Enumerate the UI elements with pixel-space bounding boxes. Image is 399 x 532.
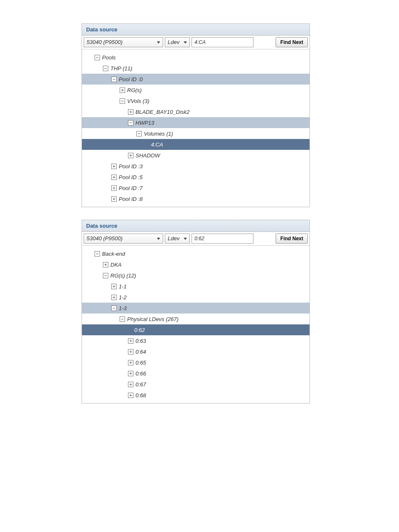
device-dropdown[interactable]: 53040 (P9500) xyxy=(84,37,163,47)
expand-icon[interactable] xyxy=(128,371,133,376)
expand-icon[interactable] xyxy=(111,284,117,289)
collapse-icon[interactable] xyxy=(120,316,125,322)
chevron-down-icon xyxy=(184,238,187,240)
tree-row[interactable]: VVols (3) xyxy=(82,95,309,106)
tree-node-label: HWP13 xyxy=(136,120,154,126)
tree-row[interactable]: RG(s) (12) xyxy=(82,270,309,281)
tree-node-label: THP (11) xyxy=(110,65,132,72)
expand-icon[interactable] xyxy=(128,338,133,344)
tree-row[interactable]: 0:64 xyxy=(82,346,309,357)
toolbar: 53040 (P9500) Ldev Find Next xyxy=(82,36,309,49)
tree-node-label: 1-2 xyxy=(119,294,127,301)
toolbar: 53040 (P9500) Ldev Find Next xyxy=(82,232,309,246)
tree-view: PoolsTHP (11)Pool ID :0RG(s)VVols (3)BLA… xyxy=(82,49,309,207)
collapse-icon[interactable] xyxy=(136,131,142,136)
expand-icon[interactable] xyxy=(128,153,133,158)
expand-icon[interactable] xyxy=(120,87,125,93)
tree-view: Back-endDKARG(s) (12)1-11-21-3Physical L… xyxy=(82,246,309,403)
expand-icon[interactable] xyxy=(111,196,117,202)
search-input[interactable] xyxy=(192,234,253,244)
expand-icon[interactable] xyxy=(128,382,133,387)
tree-node-label: RG(s) (12) xyxy=(110,272,136,279)
tree-node-label: 1-1 xyxy=(119,283,127,290)
search-input[interactable] xyxy=(192,37,253,47)
tree-row[interactable]: Pool ID :3 xyxy=(82,161,309,172)
tree-node-label: Back-end xyxy=(102,251,125,257)
tree-row[interactable]: SHADOW xyxy=(82,150,309,161)
tree-connector xyxy=(145,139,151,150)
tree-row[interactable]: Back-end xyxy=(82,248,309,259)
tree-row[interactable]: 0:65 xyxy=(82,357,309,368)
tree-node-label: 0:68 xyxy=(136,392,146,398)
data-source-panel-1: Data source 53040 (P9500) Ldev Find Next… xyxy=(82,23,310,207)
expand-icon[interactable] xyxy=(128,360,133,365)
collapse-icon[interactable] xyxy=(95,251,100,257)
collapse-icon[interactable] xyxy=(103,273,108,278)
tree-row[interactable]: THP (11) xyxy=(82,63,309,74)
panel-title: Data source xyxy=(82,220,309,232)
tree-node-label: Pool ID :7 xyxy=(119,185,143,191)
tree-row[interactable]: Physical LDevs (267) xyxy=(82,314,309,324)
tree-row[interactable]: 0:63 xyxy=(82,335,309,346)
tree-row[interactable]: 0:62 xyxy=(82,324,309,335)
collapse-icon[interactable] xyxy=(128,120,133,126)
search-type-dropdown[interactable]: Ldev xyxy=(165,37,190,47)
chevron-down-icon xyxy=(184,41,187,44)
tree-node-label: Physical LDevs (267) xyxy=(127,316,179,322)
tree-row[interactable]: 1-3 xyxy=(82,303,309,314)
data-source-panel-2: Data source 53040 (P9500) Ldev Find Next… xyxy=(82,220,310,403)
expand-icon[interactable] xyxy=(103,262,108,267)
tree-node-label: RG(s) xyxy=(127,87,142,93)
tree-row[interactable]: 1-2 xyxy=(82,292,309,303)
tree-node-label: 4:CA xyxy=(151,141,163,148)
tree-row[interactable]: 1-1 xyxy=(82,281,309,292)
find-next-button[interactable]: Find Next xyxy=(276,37,308,47)
expand-icon[interactable] xyxy=(111,295,117,300)
collapse-icon[interactable] xyxy=(95,55,100,60)
tree-node-label: DKA xyxy=(110,262,122,268)
panel-title: Data source xyxy=(82,24,309,36)
tree-node-label: 0:65 xyxy=(136,360,146,366)
tree-row[interactable]: 0:66 xyxy=(82,368,309,379)
tree-row[interactable]: Pool ID :0 xyxy=(82,74,309,85)
device-dropdown[interactable]: 53040 (P9500) xyxy=(84,234,163,244)
tree-row[interactable]: BLADE_BAY10_Disk2 xyxy=(82,106,309,117)
tree-row[interactable]: DKA xyxy=(82,259,309,270)
tree-node-label: Pools xyxy=(102,54,116,61)
collapse-icon[interactable] xyxy=(103,66,108,71)
tree-node-label: 0:67 xyxy=(136,381,146,388)
expand-icon[interactable] xyxy=(111,164,117,169)
tree-row[interactable]: 4:CA xyxy=(82,139,309,150)
search-type-label: Ldev xyxy=(168,39,179,45)
tree-row[interactable]: RG(s) xyxy=(82,85,309,95)
tree-node-label: 0:63 xyxy=(136,338,146,344)
tree-node-label: SHADOW xyxy=(136,152,160,159)
tree-row[interactable]: Pools xyxy=(82,52,309,63)
tree-row[interactable]: HWP13 xyxy=(82,117,309,128)
collapse-icon[interactable] xyxy=(111,306,117,311)
collapse-icon[interactable] xyxy=(120,98,125,104)
search-type-label: Ldev xyxy=(168,236,179,242)
expand-icon[interactable] xyxy=(128,349,133,355)
tree-row[interactable]: 0:68 xyxy=(82,390,309,401)
tree-row[interactable]: Pool ID :8 xyxy=(82,193,309,204)
tree-node-label: 1-3 xyxy=(119,305,127,311)
search-type-dropdown[interactable]: Ldev xyxy=(165,234,190,244)
expand-icon[interactable] xyxy=(111,175,117,180)
tree-row[interactable]: Pool ID :7 xyxy=(82,182,309,193)
tree-node-label: 0:62 xyxy=(134,327,145,333)
tree-row[interactable]: Pool ID :5 xyxy=(82,172,309,182)
tree-node-label: BLADE_BAY10_Disk2 xyxy=(136,109,189,115)
tree-connector xyxy=(128,324,134,335)
expand-icon[interactable] xyxy=(128,393,133,398)
chevron-down-icon xyxy=(157,41,160,44)
expand-icon[interactable] xyxy=(128,109,133,115)
chevron-down-icon xyxy=(157,238,160,240)
find-next-button[interactable]: Find Next xyxy=(276,234,308,244)
tree-row[interactable]: 0:67 xyxy=(82,379,309,390)
tree-node-label: Pool ID :0 xyxy=(119,76,143,82)
collapse-icon[interactable] xyxy=(111,77,117,82)
expand-icon[interactable] xyxy=(111,185,117,191)
tree-node-label: 0:64 xyxy=(136,349,146,355)
tree-row[interactable]: Volumes (1) xyxy=(82,128,309,139)
